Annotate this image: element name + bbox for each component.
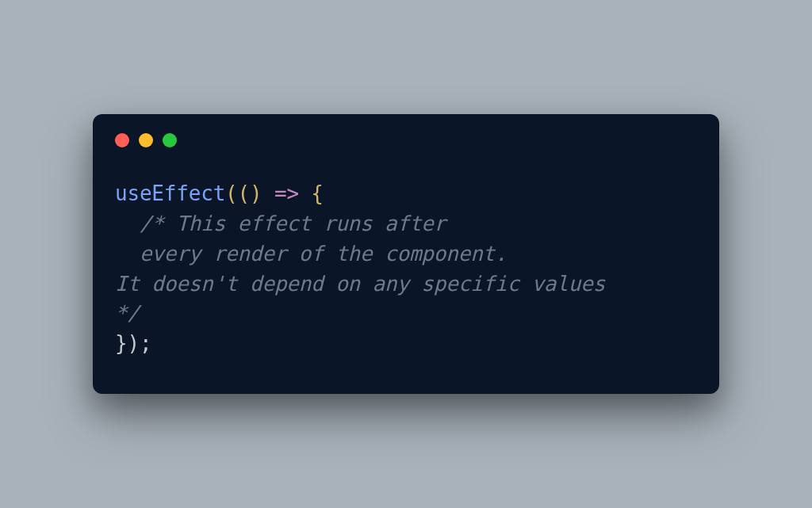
comment-line-4: */	[115, 301, 140, 325]
close-icon[interactable]	[115, 133, 129, 147]
traffic-lights	[115, 133, 697, 147]
maximize-icon[interactable]	[163, 133, 177, 147]
comment-line-2: every render of the component.	[115, 242, 508, 265]
code-editor-window: useEffect(() => { /* This effect runs af…	[93, 114, 719, 393]
comment-line-1: /* This effect runs after	[115, 212, 446, 235]
brace-open: {	[311, 181, 323, 205]
comment-line-3: It doesn't depend on any specific values	[115, 272, 605, 296]
paren-open: (()	[225, 181, 262, 205]
minimize-icon[interactable]	[139, 133, 153, 147]
function-name: useEffect	[115, 181, 225, 205]
closing: });	[115, 331, 151, 355]
arrow: =>	[262, 181, 311, 205]
code-content: useEffect(() => { /* This effect runs af…	[115, 179, 697, 358]
